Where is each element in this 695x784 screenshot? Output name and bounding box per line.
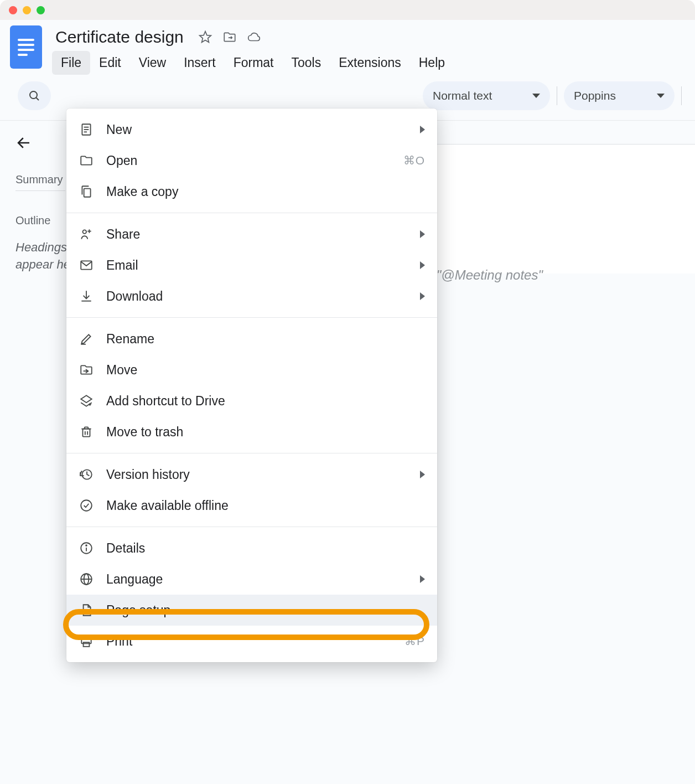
svg-point-1: [30, 91, 37, 99]
menu-item-label: Make available offline: [106, 498, 425, 513]
menu-item-label: Print: [106, 634, 392, 649]
submenu-arrow-icon: [420, 126, 425, 133]
rename-icon: [79, 331, 94, 347]
print-icon: [79, 633, 94, 649]
menu-item-label: Add shortcut to Drive: [106, 394, 425, 409]
divider: [15, 190, 65, 191]
font-family-label: Poppins: [574, 89, 616, 102]
toolbar-separator: [557, 86, 557, 105]
paragraph-style-label: Normal text: [433, 89, 492, 102]
menu-item-label: New: [106, 122, 408, 137]
file-menu-item-move[interactable]: Move: [66, 354, 437, 385]
star-icon[interactable]: [198, 30, 212, 44]
toolbar-separator: [681, 86, 682, 105]
menubar-item-format[interactable]: Format: [225, 51, 283, 75]
menu-item-label: Rename: [106, 332, 425, 347]
shortcut-icon: [79, 393, 94, 409]
window-titlebar: [0, 0, 695, 20]
keyboard-shortcut: ⌘O: [403, 154, 425, 167]
file-menu-dropdown: NewOpen⌘OMake a copyShareEmailDownloadRe…: [66, 109, 437, 662]
svg-marker-0: [200, 32, 211, 43]
file-menu-item-download[interactable]: Download: [66, 281, 437, 312]
docs-logo[interactable]: [10, 25, 42, 69]
file-menu-item-share[interactable]: Share: [66, 219, 437, 250]
window-close-button[interactable]: [9, 6, 17, 14]
menubar-item-extensions[interactable]: Extensions: [330, 51, 410, 75]
menu-item-label: Open: [106, 153, 391, 168]
page-icon: [79, 602, 94, 618]
mail-icon: [79, 257, 94, 273]
menu-item-label: Make a copy: [106, 184, 425, 199]
submenu-arrow-icon: [420, 261, 425, 269]
submenu-arrow-icon: [420, 471, 425, 478]
file-menu-item-make-available-offline[interactable]: Make available offline: [66, 490, 437, 521]
toolbar-font-family[interactable]: Poppins: [564, 81, 675, 110]
info-icon: [79, 540, 94, 556]
chevron-down-icon: [657, 94, 665, 98]
move-icon: [79, 362, 94, 378]
submenu-arrow-icon: [420, 575, 425, 583]
file-menu-item-make-a-copy[interactable]: Make a copy: [66, 176, 437, 207]
file-menu-item-print[interactable]: Print⌘P: [66, 626, 437, 657]
copy-icon: [79, 184, 94, 199]
svg-point-24: [81, 500, 92, 511]
move-to-folder-icon[interactable]: [222, 30, 237, 44]
svg-point-27: [86, 545, 87, 546]
history-icon: [79, 467, 94, 482]
menu-item-label: Details: [106, 541, 425, 556]
menu-item-label: Email: [106, 258, 408, 273]
svg-point-9: [83, 230, 87, 234]
menubar-item-insert[interactable]: Insert: [175, 51, 225, 75]
menubar-item-edit[interactable]: Edit: [90, 51, 130, 75]
share-icon: [79, 226, 94, 242]
doc-icon: [79, 122, 94, 137]
folder-icon: [79, 153, 94, 168]
menu-divider: [66, 317, 437, 318]
menubar-item-tools[interactable]: Tools: [283, 51, 330, 75]
menu-item-label: Page setup: [106, 603, 425, 618]
submenu-arrow-icon: [420, 230, 425, 238]
submenu-arrow-icon: [420, 292, 425, 300]
svg-rect-35: [84, 642, 90, 647]
menu-divider: [66, 527, 437, 527]
file-menu-item-move-to-trash[interactable]: Move to trash: [66, 416, 437, 447]
app-header: Certificate design FileEditViewInsertFor…: [0, 20, 695, 75]
menu-item-label: Version history: [106, 467, 408, 482]
menubar-item-view[interactable]: View: [130, 51, 175, 75]
svg-rect-19: [83, 429, 90, 437]
menu-item-label: Download: [106, 289, 408, 304]
window-minimize-button[interactable]: [23, 6, 31, 14]
menubar: FileEditViewInsertFormatToolsExtensionsH…: [52, 51, 685, 75]
file-menu-item-rename[interactable]: Rename: [66, 323, 437, 354]
file-menu-item-details[interactable]: Details: [66, 533, 437, 564]
file-menu-item-new[interactable]: New: [66, 114, 437, 145]
menu-divider: [66, 213, 437, 213]
file-menu-item-version-history[interactable]: Version history: [66, 459, 437, 490]
menu-item-label: Move: [106, 363, 425, 378]
svg-line-2: [36, 97, 39, 100]
file-menu-item-language[interactable]: Language: [66, 564, 437, 595]
menubar-item-file[interactable]: File: [52, 51, 90, 75]
file-menu-item-add-shortcut-to-drive[interactable]: Add shortcut to Drive: [66, 385, 437, 416]
menu-item-label: Move to trash: [106, 425, 425, 440]
document-title[interactable]: Certificate design: [52, 25, 187, 49]
toolbar-search-button[interactable]: [18, 81, 51, 110]
globe-icon: [79, 571, 94, 587]
menu-divider: [66, 453, 437, 453]
menu-item-label: Share: [106, 227, 408, 242]
download-icon: [79, 288, 94, 304]
keyboard-shortcut: ⌘P: [404, 635, 425, 648]
cloud-status-icon[interactable]: [247, 30, 261, 44]
menubar-item-help[interactable]: Help: [410, 51, 454, 75]
trash-icon: [79, 424, 94, 440]
file-menu-item-open[interactable]: Open⌘O: [66, 145, 437, 176]
toolbar-paragraph-style[interactable]: Normal text: [423, 81, 550, 110]
window-zoom-button[interactable]: [37, 6, 45, 14]
file-menu-item-email[interactable]: Email: [66, 250, 437, 281]
chevron-down-icon: [532, 94, 540, 98]
menu-item-label: Language: [106, 572, 408, 587]
svg-rect-8: [84, 189, 91, 197]
offline-icon: [79, 498, 94, 513]
file-menu-item-page-setup[interactable]: Page setup: [66, 595, 437, 626]
